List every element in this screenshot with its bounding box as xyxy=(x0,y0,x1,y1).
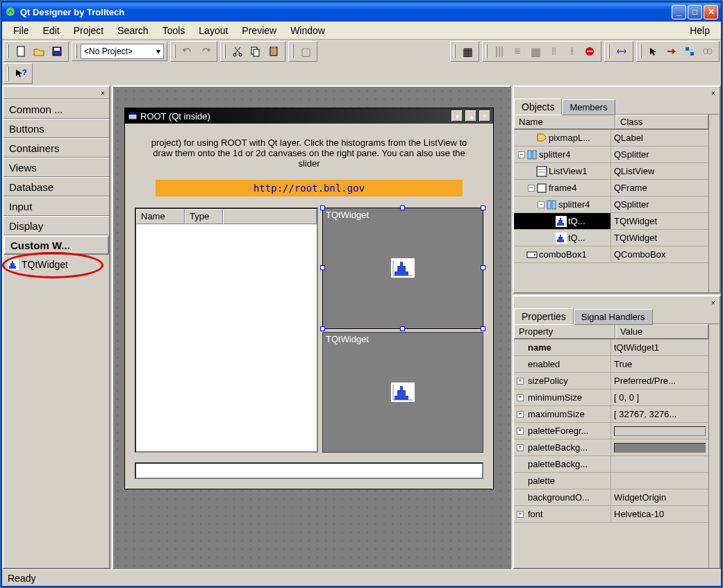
property-row[interactable]: +paletteBackg... xyxy=(514,439,708,456)
palette-category[interactable]: Database xyxy=(3,177,109,196)
grid-button[interactable]: ▦ xyxy=(527,43,544,60)
tree-row[interactable]: −frame4QFrame xyxy=(514,180,708,196)
whatsthis-button[interactable]: ? xyxy=(13,65,29,82)
tab-properties[interactable]: Properties xyxy=(514,308,574,324)
listview[interactable]: Name Type xyxy=(135,208,318,453)
palette-category[interactable]: Common ... xyxy=(3,99,109,119)
menu-project[interactable]: Project xyxy=(67,23,111,38)
menu-window[interactable]: Window xyxy=(283,23,332,38)
connect-button[interactable] xyxy=(663,43,680,60)
palette-category[interactable]: Views xyxy=(3,158,109,177)
property-row[interactable]: enabledTrue xyxy=(514,356,708,373)
app-window: Qt Designer by Trolltech _ □ ✕ File Edit… xyxy=(1,1,722,587)
link-label[interactable]: http://root.bnl.gov xyxy=(156,180,463,196)
property-row[interactable]: +fontHelvetica-10 xyxy=(514,506,708,523)
lv-col-empty[interactable] xyxy=(223,209,317,224)
lv-col-type[interactable]: Type xyxy=(185,209,223,224)
undo-button[interactable] xyxy=(179,43,196,60)
tree-row[interactable]: −splitter4QSplitter xyxy=(514,146,708,163)
menu-edit[interactable]: Edit xyxy=(36,23,67,38)
tree-row[interactable]: comboBox1QComboBox xyxy=(514,246,708,263)
mdi-area[interactable]: ROOT (Qt inside) ▾ ▴ × project) for usin… xyxy=(112,85,511,569)
tree-row[interactable]: −splitter4QSplitter xyxy=(514,196,708,213)
buddy-button[interactable] xyxy=(699,43,716,60)
form-restore-button[interactable]: ▴ xyxy=(465,110,476,121)
palette-close-button[interactable]: × xyxy=(98,88,108,98)
property-row[interactable]: +maximumSize[ 32767, 3276... xyxy=(514,406,708,423)
object-tree[interactable]: pixmapL...QLabel−splitter4QSplitterListV… xyxy=(514,130,708,292)
lv-col-name[interactable]: Name xyxy=(136,209,185,224)
project-combo[interactable]: <No Project>▾ xyxy=(81,44,164,59)
properties-close-button[interactable]: × xyxy=(708,298,718,308)
minimize-button[interactable]: _ xyxy=(672,5,686,19)
menu-tools[interactable]: Tools xyxy=(156,23,192,38)
menu-file[interactable]: File xyxy=(6,23,36,38)
svg-rect-22 xyxy=(528,151,531,159)
svg-point-0 xyxy=(6,8,15,16)
palette-category[interactable]: Custom W... xyxy=(3,235,109,255)
open-button[interactable] xyxy=(31,43,47,60)
property-row[interactable]: paletteBackg... xyxy=(514,456,708,473)
property-row[interactable]: +paletteForegr... xyxy=(514,423,708,439)
property-row[interactable]: +sizePolicyPreferred/Pre... xyxy=(514,373,708,389)
tree-col-class[interactable]: Class xyxy=(615,115,708,129)
objects-close-button[interactable]: × xyxy=(708,88,718,98)
paste-button[interactable] xyxy=(265,43,282,60)
menu-help[interactable]: Help xyxy=(683,23,717,38)
form-close-button[interactable]: × xyxy=(479,110,490,121)
property-row[interactable]: nametQtWidget1 xyxy=(514,339,708,356)
tree-col-name[interactable]: Name xyxy=(514,115,615,129)
hlayout-button[interactable]: ||| xyxy=(491,43,508,60)
splitter-v-button[interactable]: ⫲ xyxy=(563,43,580,60)
status-text: Ready xyxy=(8,573,35,584)
tab-signal-handlers[interactable]: Signal Handlers xyxy=(574,309,653,325)
tab-order-button[interactable] xyxy=(681,43,698,60)
palette-category[interactable]: Display xyxy=(3,216,109,235)
tree-row[interactable]: tQ...TQtWidget xyxy=(514,213,708,230)
menu-search[interactable]: Search xyxy=(110,23,155,38)
maximize-button[interactable]: □ xyxy=(688,5,702,19)
title-text: Qt Designer by Trolltech xyxy=(20,7,672,17)
close-button[interactable]: ✕ xyxy=(704,5,718,19)
pointer-button[interactable] xyxy=(645,43,662,60)
combobox-widget[interactable] xyxy=(135,462,483,479)
objects-scrollbar[interactable] xyxy=(708,115,720,292)
layout-tool[interactable]: ▦ xyxy=(459,43,476,60)
palette-category[interactable]: Input xyxy=(3,196,109,216)
form-dropdown-button[interactable]: ▾ xyxy=(451,110,463,121)
palette-category[interactable]: Containers xyxy=(3,138,109,158)
tree-row[interactable]: pixmapL...QLabel xyxy=(514,130,708,146)
canvas-1[interactable]: TQtWidget xyxy=(322,208,483,329)
property-grid[interactable]: nametQtWidget1enabledTrue+sizePolicyPref… xyxy=(514,339,708,568)
tool-1[interactable]: ▢ xyxy=(297,43,314,60)
properties-scrollbar[interactable] xyxy=(708,324,720,568)
spacer-button[interactable] xyxy=(613,43,630,60)
new-button[interactable] xyxy=(13,43,29,60)
canvas-2[interactable]: TQtWidget xyxy=(322,332,483,453)
tab-objects[interactable]: Objects xyxy=(514,99,562,115)
palette-item[interactable]: TQtWidget xyxy=(6,258,106,271)
form-titlebar[interactable]: ROOT (Qt inside) ▾ ▴ × xyxy=(125,108,493,124)
property-row[interactable]: +minimumSize[ 0, 0 ] xyxy=(514,389,708,406)
copy-button[interactable] xyxy=(247,43,264,60)
vlayout-button[interactable]: ≡ xyxy=(509,43,526,60)
property-row[interactable]: backgroundO...WidgetOrigin xyxy=(514,489,708,506)
palette-category[interactable]: Buttons xyxy=(3,119,109,138)
splitter-h-button[interactable]: ⫴ xyxy=(545,43,562,60)
prop-col-value[interactable]: Value xyxy=(615,324,708,339)
lv-body[interactable] xyxy=(136,224,317,451)
svg-text:?: ? xyxy=(22,68,27,76)
redo-button[interactable] xyxy=(197,43,214,60)
save-button[interactable] xyxy=(49,43,65,60)
menu-layout[interactable]: Layout xyxy=(192,23,235,38)
break-layout-button[interactable] xyxy=(581,43,598,60)
property-row[interactable]: palette xyxy=(514,473,708,489)
tree-row[interactable]: ListView1QListView xyxy=(514,163,708,180)
tab-members[interactable]: Members xyxy=(562,99,615,115)
titlebar[interactable]: Qt Designer by Trolltech _ □ ✕ xyxy=(2,2,721,22)
menu-preview[interactable]: Preview xyxy=(235,23,283,38)
cut-button[interactable] xyxy=(229,43,246,60)
form-window[interactable]: ROOT (Qt inside) ▾ ▴ × project) for usin… xyxy=(124,108,494,489)
prop-col-property[interactable]: Property xyxy=(514,324,615,339)
tree-row[interactable]: tQ...TQtWidget xyxy=(514,230,708,246)
